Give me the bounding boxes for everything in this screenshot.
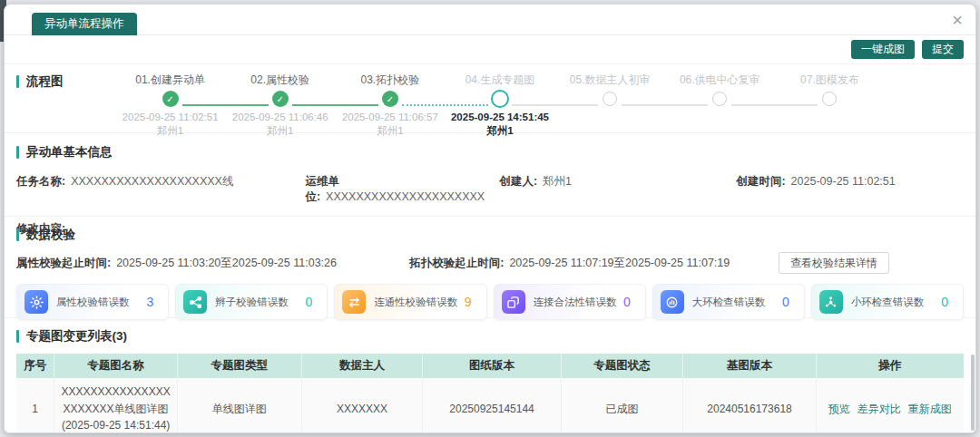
step-time: [555, 110, 665, 124]
cell-map-status: 已成图: [561, 378, 683, 433]
validation-section: 数据校验 属性校验起止时间:2025-09-25 11:03:20至2025-0…: [5, 217, 975, 318]
map-change-table: 序号 专题图名称 专题图类型 数据主人 图纸版本 专题图状态 基图版本 操作 1…: [16, 354, 964, 433]
creator-label: 创建人:: [499, 175, 537, 188]
topo-time-label: 拓扑校验起止时间:: [409, 257, 504, 269]
basic-info-title: 异动单基本信息: [16, 144, 964, 160]
step-connector: [622, 104, 708, 106]
card-value: 0: [306, 295, 313, 309]
regenerate-map-link[interactable]: 重新成图: [908, 403, 952, 415]
attr-error-card[interactable]: 属性校验错误数 3: [16, 284, 169, 320]
step-pending-icon: [712, 92, 727, 106]
card-label: 小环检查错误数: [851, 296, 925, 309]
creator-field: 创建人:郑州1: [499, 174, 736, 205]
card-value: 3: [146, 295, 153, 309]
title-bar: 异动单流程操作 ×: [5, 5, 975, 35]
step-pending-icon: [603, 92, 617, 106]
change-order-dialog: 异动单流程操作 × 一键成图 提交 流程图 01.创建异动单 ✓ 2025-09…: [4, 4, 976, 433]
cell-base-version: 20240516173618: [683, 378, 816, 433]
card-label: 辫子校验错误数: [215, 296, 289, 309]
swap-arrows-icon: [342, 290, 366, 314]
diff-compare-link[interactable]: 差异对比: [858, 403, 901, 415]
section-title-text: 异动单基本信息: [26, 144, 113, 160]
step-connector: [292, 104, 378, 106]
connection-legality-error-card[interactable]: 连接合法性错误数 0: [494, 284, 646, 320]
unit-value: XXXXXXXXXXXXXXXXXXXXX: [326, 190, 485, 203]
step-operator: 郑州1: [335, 124, 445, 138]
submit-button[interactable]: 提交: [922, 40, 964, 59]
section-title-text: 流程图: [26, 73, 64, 90]
preview-link[interactable]: 预览: [828, 403, 850, 415]
dialog-tab[interactable]: 异动单流程操作: [32, 13, 137, 35]
share-nodes-icon: [183, 290, 207, 314]
close-icon[interactable]: ×: [952, 10, 963, 30]
step-label: 06.供电中心复审: [665, 72, 775, 88]
small-loop-error-card[interactable]: 小环检查错误数 0: [811, 284, 964, 320]
step-operator: [555, 124, 665, 138]
big-loop-error-card[interactable]: 大环检查错误数 0: [652, 284, 805, 320]
header-drawing-version: 图纸版本: [423, 354, 561, 378]
task-name-value: XXXXXXXXXXXXXXXXXXXX线: [71, 175, 233, 188]
section-marker: [16, 75, 19, 88]
connectivity-error-card[interactable]: 连通性校验错误数 9: [334, 284, 486, 320]
basic-info-section: 异动单基本信息 任务名称:XXXXXXXXXXXXXXXXXXXX线 运维单位:…: [5, 133, 975, 217]
flow-steps: 01.创建异动单 ✓ 2025-09-25 11:02:51 郑州1 02.属性…: [5, 64, 975, 138]
step-connector: [512, 104, 598, 106]
validation-title: 数据校验: [16, 227, 964, 243]
basic-info-fields: 任务名称:XXXXXXXXXXXXXXXXXXXX线 运维单位:XXXXXXXX…: [16, 174, 964, 205]
cell-seq: 1: [16, 378, 54, 433]
cell-data-owner: XXXXXXX: [301, 378, 423, 433]
card-value: 0: [623, 295, 631, 309]
create-time-field: 创建时间:2025-09-25 11:02:51: [736, 174, 964, 205]
step-time: [665, 110, 775, 124]
step-pending-icon: [822, 92, 837, 106]
step-operator: 郑州1: [115, 124, 225, 138]
step-current-icon: [491, 90, 509, 108]
validation-cards: 属性校验错误数 3 辫子校验错误数 0 连通性校验错误数 9: [16, 284, 964, 320]
validation-times-row: 属性校验起止时间:2025-09-25 11:03:20至2025-09-25 …: [16, 252, 964, 274]
step-operator: [775, 124, 885, 138]
topo-time-field: 拓扑校验起止时间:2025-09-25 11:07:19至2025-09-25 …: [409, 256, 779, 271]
task-name-label: 任务名称:: [16, 175, 65, 188]
header-map-name: 专题图名称: [54, 354, 178, 378]
section-marker: [16, 228, 19, 241]
card-label: 大环检查错误数: [692, 296, 766, 309]
step-connector: [731, 104, 818, 106]
step-label: 07.图模发布: [775, 72, 885, 88]
step-label: 02.属性校验: [225, 72, 335, 88]
toolbar: 一键成图 提交: [5, 35, 975, 64]
card-label: 连通性校验错误数: [374, 296, 457, 309]
step-operator: 郑州1: [225, 124, 335, 138]
cell-actions: 预览差异对比重新成图: [816, 378, 964, 433]
vertical-scrollbar-thumb[interactable]: [971, 354, 975, 431]
step-label: 05.数据主人初审: [555, 72, 665, 88]
attr-time-label: 属性校验起止时间:: [16, 257, 111, 269]
creator-value: 郑州1: [543, 175, 572, 188]
step-operator: [665, 124, 775, 138]
step-label: 03.拓扑校验: [335, 72, 445, 88]
create-time-value: 2025-09-25 11:02:51: [791, 175, 896, 188]
map-change-list-title: 专题图变更列表(3): [16, 328, 964, 345]
header-base-version: 基图版本: [683, 354, 816, 378]
flow-step-7: 07.图模发布: [775, 72, 885, 138]
small-ring-icon: [819, 290, 843, 314]
one-click-map-button[interactable]: 一键成图: [851, 40, 915, 59]
step-connector: [182, 104, 269, 106]
view-validation-detail-button[interactable]: 查看校验结果详情: [779, 252, 889, 274]
section-title-text: 数据校验: [26, 227, 75, 243]
card-value: 9: [465, 295, 472, 309]
table-header-row: 序号 专题图名称 专题图类型 数据主人 图纸版本 专题图状态 基图版本 操作: [16, 354, 964, 378]
cell-map-name: XXXXXXXXXXXXXXXXXXXXXX单线图详图(2025-09-25 1…: [54, 378, 178, 433]
link-squares-icon: [502, 290, 525, 314]
step-connector-dotted: [402, 104, 488, 106]
step-check-icon: ✓: [272, 91, 289, 107]
create-time-label: 创建时间:: [736, 175, 785, 188]
unit-field: 运维单位:XXXXXXXXXXXXXXXXXXXXX: [305, 174, 499, 205]
task-name-field: 任务名称:XXXXXXXXXXXXXXXXXXXX线: [16, 174, 305, 205]
flow-section: 流程图 01.创建异动单 ✓ 2025-09-25 11:02:51 郑州1 0…: [5, 64, 975, 133]
step-label: 04.生成专题图: [445, 72, 554, 88]
header-map-type: 专题图类型: [177, 354, 301, 378]
card-label: 属性校验错误数: [56, 296, 130, 309]
pigtail-error-card[interactable]: 辫子校验错误数 0: [175, 284, 328, 320]
cell-drawing-version: 20250925145144: [423, 378, 561, 433]
card-label: 连接合法性错误数: [534, 296, 617, 309]
